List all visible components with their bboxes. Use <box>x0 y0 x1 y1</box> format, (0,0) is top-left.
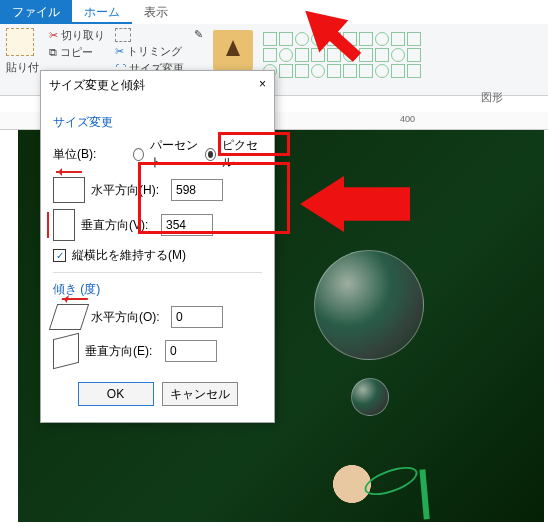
keep-ratio-label: 縦横比を維持する(M) <box>72 247 186 264</box>
radio-percent-label: パーセント <box>150 137 199 171</box>
resize-v-input[interactable] <box>161 214 213 236</box>
skew-v-input[interactable] <box>165 340 217 362</box>
skew-section-label: 傾き (度) <box>53 281 262 298</box>
close-icon[interactable]: × <box>259 77 266 94</box>
divider <box>53 272 262 273</box>
ruler-tick-400: 400 <box>400 114 415 124</box>
skew-v-row: 垂直方向(E): <box>53 336 262 366</box>
radio-pixel-label: ピクセル <box>222 137 262 171</box>
resize-v-label: 垂直方向(V): <box>81 217 155 234</box>
vertical-icon <box>53 209 75 241</box>
copy-icon: ⧉ <box>49 46 57 59</box>
resize-h-input[interactable] <box>171 179 223 201</box>
clipboard-icon <box>6 28 34 56</box>
clipboard-actions: ✂切り取り ⧉コピー <box>49 28 105 60</box>
resize-section-label: サイズ変更 <box>53 114 262 131</box>
tools-group: ✎ <box>194 28 203 41</box>
select-icon <box>115 28 131 42</box>
pencil-icon[interactable]: ✎ <box>194 28 203 41</box>
dialog-titlebar: サイズ変更と傾斜 × <box>41 71 274 100</box>
shapes-label: 図形 <box>481 90 503 105</box>
select-action[interactable] <box>115 28 184 42</box>
scissors-icon: ✂ <box>49 29 58 42</box>
paste-group[interactable]: 貼り付 <box>6 28 39 75</box>
bubble-large <box>314 250 424 360</box>
radio-pixel[interactable] <box>205 148 216 161</box>
resize-v-row: 垂直方向(V): <box>53 209 262 241</box>
copy-action[interactable]: ⧉コピー <box>49 45 105 60</box>
skew-h-icon <box>49 304 89 330</box>
paste-label: 貼り付 <box>6 60 39 75</box>
cut-action[interactable]: ✂切り取り <box>49 28 105 43</box>
cancel-button[interactable]: キャンセル <box>162 382 238 406</box>
tab-file[interactable]: ファイル <box>0 0 72 24</box>
image-group: ✂トリミング ⛶サイズ変更 <box>115 28 184 76</box>
horizontal-icon <box>53 177 85 203</box>
skew-v-icon <box>53 333 79 369</box>
unit-label: 単位(B): <box>53 146 127 163</box>
resize-h-row: 水平方向(H): <box>53 177 262 203</box>
skew-h-label: 水平方向(O): <box>91 309 165 326</box>
tab-home[interactable]: ホーム <box>72 0 132 24</box>
radio-percent[interactable] <box>133 148 144 161</box>
resize-h-label: 水平方向(H): <box>91 182 165 199</box>
trim-action[interactable]: ✂トリミング <box>115 44 184 59</box>
skew-h-input[interactable] <box>171 306 223 328</box>
bubble-small <box>351 378 389 416</box>
ok-button[interactable]: OK <box>78 382 154 406</box>
skew-v-label: 垂直方向(E): <box>85 343 159 360</box>
resize-skew-dialog: サイズ変更と傾斜 × サイズ変更 単位(B): パーセント ピクセル 水平方向(… <box>40 70 275 423</box>
unit-row: 単位(B): パーセント ピクセル <box>53 137 262 171</box>
tab-strip: ファイル ホーム 表示 <box>0 0 548 24</box>
dialog-buttons: OK キャンセル <box>53 372 262 410</box>
keep-ratio-checkbox[interactable]: ✓ <box>53 249 66 262</box>
tab-view[interactable]: 表示 <box>132 0 180 24</box>
skew-h-row: 水平方向(O): <box>53 304 262 330</box>
dialog-title: サイズ変更と傾斜 <box>49 77 145 94</box>
crop-icon: ✂ <box>115 45 124 58</box>
brush-icon <box>213 30 253 70</box>
keep-ratio-row: ✓ 縦横比を維持する(M) <box>53 247 262 264</box>
